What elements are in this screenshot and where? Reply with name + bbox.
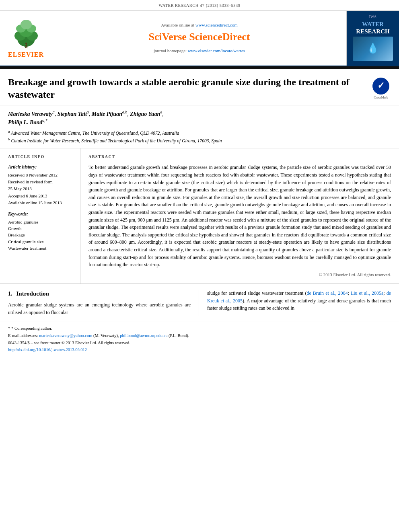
received-date: Received 8 November 2012	[8, 172, 74, 178]
rates-text: rates	[248, 305, 257, 311]
author-5-sup: a,*	[42, 118, 47, 123]
affiliation-b-text: Catalan Institute for Water Research, Sc…	[11, 138, 222, 143]
aff-b-label: b	[8, 137, 10, 141]
available-online-text: Available online at www.sciencedirect.co…	[161, 22, 238, 28]
author-3-sup: a,b	[122, 110, 128, 114]
elsevier-tree-icon	[8, 16, 44, 49]
sciencedirect-box: Available online at www.sciencedirect.co…	[52, 11, 347, 66]
crossmark-icon: ✓	[372, 78, 389, 94]
corresponding-author-note: * * Corresponding author.	[8, 325, 391, 332]
copyright-line: © 2013 Elsevier Ltd. All rights reserved…	[88, 272, 391, 278]
crossmark-box: ✓ CrossMark	[371, 76, 391, 100]
intro-right-text: sludge for activated sludge wastewater t…	[207, 290, 391, 312]
keyword-5: Wastewater treatment	[8, 245, 74, 251]
ref-liu[interactable]: Liu et al., 2005a	[351, 290, 383, 296]
introduction-right-col: sludge for activated sludge wastewater t…	[199, 290, 391, 316]
introduction-left-col: 1. Introduction Aerobic granular sludge …	[8, 290, 199, 316]
corresponding-author-label: * Corresponding author.	[11, 326, 52, 331]
author-2: Stephan Tait	[58, 111, 87, 117]
email-bond[interactable]: phil.bond@awmc.uq.edu.au	[120, 333, 167, 338]
journal-homepage-url[interactable]: www.elsevier.com/locate/watres	[188, 48, 245, 53]
article-history-label: Article history:	[8, 164, 74, 170]
article-title: Breakage and growth towards a stable aer…	[8, 76, 364, 101]
authors-line: Marieska Verawatya, Stephan Taita, Maite…	[8, 109, 391, 127]
accepted-date: Accepted 6 June 2013	[8, 193, 74, 199]
keyword-4: Critical granule size	[8, 239, 74, 245]
iwa-label: IWA	[369, 14, 377, 20]
water-drop-icon: 💧	[367, 42, 379, 55]
article-info-abstract-section: ARTICLE INFO Article history: Received 8…	[0, 148, 399, 284]
elsevier-logo-box: ELSEVIER	[0, 11, 52, 66]
water-research-title: WATERRESEARCH	[356, 21, 389, 35]
journal-homepage: journal homepage: www.elsevier.com/locat…	[154, 48, 245, 54]
footer-section: * * Corresponding author. E-mail address…	[0, 322, 399, 357]
author-3: Maite Pijuan	[92, 111, 122, 117]
section-title: Introduction	[16, 290, 49, 298]
author-1-sup: a	[53, 110, 55, 114]
water-research-logo-box: IWA WATERRESEARCH 💧	[347, 11, 399, 66]
intro-left-text: Aerobic granular sludge systems are an e…	[8, 301, 191, 316]
doi-link[interactable]: http://dx.doi.org/10.1016/j.watres.2013.…	[8, 347, 87, 352]
revised-date: 25 May 2013	[8, 186, 74, 192]
ref-debruin[interactable]: de Bruin et al., 2004	[306, 290, 348, 296]
author-2-sup: a	[87, 110, 89, 114]
elsevier-wordmark: ELSEVIER	[8, 50, 44, 59]
section-number: 1.	[8, 290, 12, 298]
author-1: Marieska Verawaty	[8, 111, 53, 117]
abstract-text: To better understand granule growth and …	[88, 164, 391, 268]
keywords-label: Keywords:	[8, 211, 74, 217]
revised-label: Received in revised form	[8, 179, 74, 185]
article-info-col: ARTICLE INFO Article history: Received 8…	[0, 148, 80, 283]
available-online-date: Available online 15 June 2013	[8, 200, 74, 206]
keyword-1: Aerobic granules	[8, 219, 74, 225]
crossmark-label: CrossMark	[374, 95, 388, 100]
author-4-sup: a	[160, 110, 162, 114]
email-verawaty[interactable]: marieskaverawaty@yahoo.com	[39, 333, 92, 338]
article-title-section: Breakage and growth towards a stable aer…	[0, 69, 399, 105]
affiliation-b: b Catalan Institute for Water Research, …	[8, 137, 391, 144]
affiliation-a: a Advanced Water Management Centre, The …	[8, 129, 391, 136]
sciencedirect-logo: SciVerse ScienceDirect	[149, 30, 250, 44]
aff-a-label: a	[8, 129, 10, 134]
keyword-2: Growth	[8, 226, 74, 232]
journal-header: WATER RESEARCH 47 (2013) 5338–5349	[0, 0, 399, 66]
doi-line: http://dx.doi.org/10.1016/j.watres.2013.…	[8, 347, 391, 353]
journal-citation: WATER RESEARCH 47 (2013) 5338–5349	[158, 3, 240, 8]
asterisk-icon: *	[8, 326, 10, 331]
authors-section: Marieska Verawatya, Stephan Taita, Maite…	[0, 105, 399, 148]
keyword-3: Breakage	[8, 232, 74, 238]
svg-point-8	[25, 43, 27, 44]
affiliation-a-text: Advanced Water Management Centre, The Un…	[11, 130, 179, 135]
header-content: ELSEVIER Available online at www.science…	[0, 10, 399, 66]
section-title-row: 1. Introduction	[8, 290, 191, 298]
introduction-section: 1. Introduction Aerobic granular sludge …	[0, 284, 399, 322]
author-5: Philip L. Bond	[8, 119, 42, 125]
water-research-image: 💧	[353, 37, 393, 61]
author-4: Zhiguo Yuan	[130, 111, 160, 117]
journal-top-bar: WATER RESEARCH 47 (2013) 5338–5349	[0, 0, 399, 10]
svg-point-7	[21, 20, 32, 29]
article-info-header: ARTICLE INFO	[8, 154, 74, 160]
abstract-col: ABSTRACT To better understand granule gr…	[80, 148, 399, 283]
sciencedirect-url[interactable]: www.sciencedirect.com	[195, 23, 238, 27]
article-title-text: Breakage and growth towards a stable aer…	[8, 76, 364, 101]
issn-line: 0043-1354/$ – see front matter © 2013 El…	[8, 340, 391, 346]
email-line: E-mail addresses: marieskaverawaty@yahoo…	[8, 333, 391, 339]
abstract-header: ABSTRACT	[88, 154, 391, 160]
